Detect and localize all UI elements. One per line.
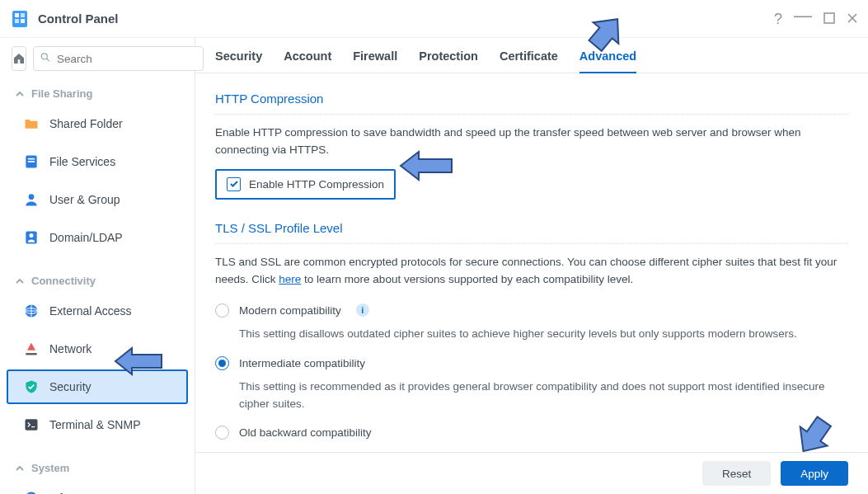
home-button[interactable] (12, 46, 26, 71)
close-icon[interactable] (847, 12, 858, 26)
file-services-icon (23, 153, 40, 170)
section-tls-desc: TLS and SSL are common encrypted protoco… (215, 254, 848, 289)
content-scroll[interactable]: HTTP Compression Enable HTTP compression… (195, 73, 868, 494)
svg-rect-2 (21, 13, 25, 17)
shield-icon (23, 379, 40, 395)
radio-icon (215, 426, 229, 440)
group-system[interactable]: System (0, 454, 195, 479)
search-icon (40, 52, 51, 66)
sidebar-item-external-access[interactable]: External Access (7, 294, 188, 328)
apply-button[interactable]: Apply (781, 461, 848, 486)
reset-button[interactable]: Reset (702, 461, 771, 486)
sidebar-item-domain-ldap[interactable]: Domain/LDAP (7, 220, 188, 255)
svg-point-10 (29, 194, 35, 200)
sidebar-item-label: Terminal & SNMP (49, 418, 140, 431)
learn-more-link[interactable]: here (279, 273, 301, 285)
section-http-compression-title: HTTP Compression (215, 87, 848, 115)
sidebar-item-terminal-snmp[interactable]: Terminal & SNMP (7, 407, 188, 442)
svg-rect-1 (15, 13, 19, 17)
svg-rect-0 (12, 11, 27, 27)
sidebar-item-file-services[interactable]: File Services (7, 144, 188, 179)
chevron-up-icon (15, 463, 25, 473)
sidebar-item-network[interactable]: Network (7, 332, 188, 366)
group-file-sharing[interactable]: File Sharing (0, 79, 195, 105)
home-icon (12, 52, 26, 65)
radio-modern[interactable]: Modern compatibility i (215, 299, 848, 322)
tab-advanced[interactable]: Advanced (579, 49, 636, 73)
sidebar-item-label: File Services (49, 155, 115, 168)
terminal-icon (23, 416, 40, 433)
svg-rect-15 (26, 419, 38, 430)
minimize-icon[interactable]: — (794, 7, 812, 25)
domain-icon (23, 229, 40, 246)
radio-icon (215, 356, 229, 370)
svg-rect-9 (28, 161, 35, 162)
user-icon (23, 191, 40, 208)
group-connectivity[interactable]: Connectivity (0, 266, 195, 292)
sidebar-item-label: Security (49, 380, 91, 393)
radio-icon (215, 303, 229, 318)
folder-icon (23, 115, 40, 132)
checkbox-icon (227, 177, 241, 191)
svg-rect-3 (15, 19, 19, 23)
window-title: Control Panel (38, 12, 774, 26)
globe-icon (23, 303, 40, 319)
tab-certificate[interactable]: Certificate (500, 49, 558, 73)
sidebar-item-label: Network (49, 342, 91, 355)
info-badge-icon[interactable]: i (356, 303, 369, 317)
sidebar-item-label: Shared Folder (49, 117, 123, 130)
group-label: Connectivity (31, 275, 96, 287)
info-icon (23, 490, 40, 494)
section-tls-title: TLS / SSL Profile Level (215, 216, 848, 244)
svg-rect-4 (21, 19, 25, 23)
titlebar: Control Panel ? — (0, 0, 868, 38)
radio-old[interactable]: Old backward compatibility (215, 421, 848, 445)
svg-rect-8 (28, 158, 35, 160)
sidebar: File Sharing Shared Folder File Services… (0, 38, 195, 494)
radio-intermediate-desc: This setting is recommended as it provid… (215, 375, 848, 421)
sidebar-item-label: Domain/LDAP (49, 231, 123, 244)
radio-label: Old backward compatibility (239, 426, 372, 439)
chevron-up-icon (15, 89, 25, 99)
footer: Reset Apply (195, 452, 868, 494)
svg-point-6 (41, 54, 47, 59)
tab-security[interactable]: Security (215, 49, 262, 73)
network-icon (23, 341, 40, 357)
group-label: File Sharing (31, 87, 92, 100)
svg-rect-5 (824, 13, 834, 23)
tab-firewall[interactable]: Firewall (353, 49, 397, 73)
control-panel-icon (10, 9, 30, 29)
tls-desc-post: to learn more about versions supported b… (301, 273, 633, 285)
sidebar-item-user-group[interactable]: User & Group (7, 182, 188, 217)
section-http-compression-desc: Enable HTTP compression to save bandwidt… (215, 125, 848, 159)
sidebar-item-label: External Access (49, 304, 132, 318)
svg-point-12 (30, 233, 34, 238)
maximize-icon[interactable] (823, 12, 835, 26)
tab-protection[interactable]: Protection (419, 49, 478, 73)
help-icon[interactable]: ? (774, 12, 782, 26)
enable-http-compression-checkbox[interactable]: Enable HTTP Compression (215, 169, 396, 200)
radio-modern-desc: This setting disallows outdated cipher s… (215, 322, 848, 351)
sidebar-item-info-center[interactable]: Info Center (7, 481, 188, 494)
radio-intermediate[interactable]: Intermediate compatibility (215, 351, 848, 375)
sidebar-item-shared-folder[interactable]: Shared Folder (7, 106, 188, 141)
tab-account[interactable]: Account (284, 49, 331, 73)
group-label: System (31, 462, 69, 474)
chevron-up-icon (15, 276, 25, 286)
search-input[interactable] (33, 46, 204, 71)
tabs: Security Account Firewall Protection Cer… (195, 38, 868, 73)
sidebar-item-security[interactable]: Security (7, 369, 188, 404)
radio-label: Intermediate compatibility (239, 357, 365, 369)
checkbox-label: Enable HTTP Compression (249, 178, 384, 191)
content: Security Account Firewall Protection Cer… (195, 38, 868, 494)
sidebar-item-label: User & Group (49, 193, 120, 206)
radio-label: Modern compatibility (239, 304, 341, 317)
